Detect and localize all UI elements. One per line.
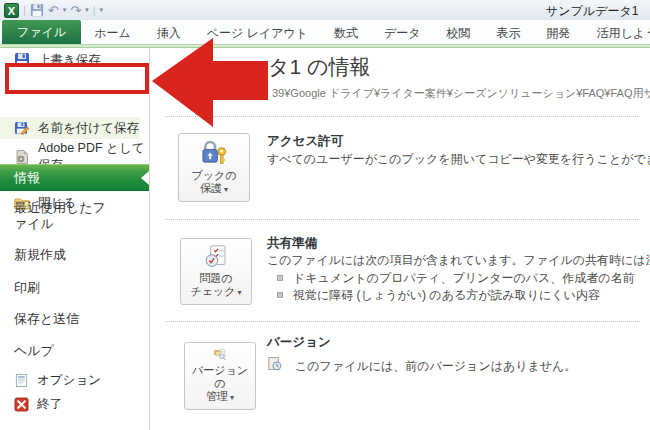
file-path: 39¥Google ドライブ¥ライター案件¥シーズンソリューション¥FAQ¥FA… — [272, 86, 650, 101]
sidebar-item-save-as[interactable]: 名前を付けて保存 — [0, 117, 140, 139]
bullet-icon — [277, 275, 283, 281]
page-title: タ1 の情報 — [268, 53, 371, 81]
section-divider — [165, 321, 640, 322]
bullet-item: 視覚に障碍 (しょうがい) のある方が読み取りにくい内容 — [293, 287, 600, 304]
bullet-icon — [277, 292, 283, 298]
dropdown-caret-icon: ▾ — [230, 393, 234, 402]
title-bar: X | ↶ ▾ ↷ ▾ | ▾ サンプルデータ1 — [0, 0, 650, 20]
sidebar-item-label: 情報 — [14, 169, 40, 187]
sidebar-nav-print[interactable]: 印刷 — [0, 280, 148, 296]
undo-dropdown-icon[interactable]: ▾ — [63, 6, 67, 14]
annotation-highlight-box — [5, 63, 149, 94]
undo-icon[interactable]: ↶ — [48, 4, 59, 17]
tab-developer[interactable]: 開発 — [534, 22, 584, 44]
section-body: すべてのユーザーがこのブックを開いてコピーや変更を行うことができます。 — [267, 151, 650, 168]
tab-review[interactable]: 校閲 — [434, 22, 484, 44]
section-heading-versions: バージョン — [267, 334, 331, 351]
manage-versions-button[interactable]: バージョンの 管理▾ — [184, 342, 256, 410]
backstage-sidebar: 上書き保存 名前を付けて保存 Adobe PDF として保存 — [0, 48, 150, 430]
button-label: 問題の チェック▾ — [190, 272, 241, 299]
bullet-item: ドキュメントのプロパティ、プリンターのパス、作成者の名前 — [293, 270, 635, 287]
save-icon[interactable] — [30, 3, 44, 17]
sidebar-nav-save-send[interactable]: 保存と送信 — [0, 311, 148, 327]
sidebar-item-exit[interactable]: 終了 — [0, 394, 150, 414]
dropdown-caret-icon: ▾ — [224, 185, 228, 194]
save-as-icon — [14, 120, 30, 136]
exit-icon — [14, 397, 29, 412]
sidebar-item-label: オプション — [37, 372, 101, 389]
adobe-pdf-icon — [14, 149, 30, 165]
section-body: このファイルには次の項目が含まれています。ファイルの共有時には注意してください。 — [267, 252, 650, 269]
excel-backstage-window: X | ↶ ▾ ↷ ▾ | ▾ サンプルデータ1 ファイル ホーム 挿入 ページ… — [0, 0, 650, 430]
quick-access-toolbar: X | ↶ ▾ ↷ ▾ | ▾ — [4, 2, 103, 18]
qat-separator: | — [23, 4, 26, 16]
sidebar-nav-info[interactable]: 情報 — [0, 164, 149, 191]
tab-page-layout[interactable]: ページ レイアウト — [194, 22, 321, 44]
section-heading-sharing: 共有準備 — [267, 235, 317, 252]
tab-formulas[interactable]: 数式 — [321, 22, 371, 44]
tab-custom-excel[interactable]: 活用しよう！エクセル — [584, 22, 650, 44]
tab-home[interactable]: ホーム — [81, 22, 144, 44]
redo-icon[interactable]: ↷ — [70, 4, 81, 17]
check-for-issues-button[interactable]: 問題の チェック▾ — [180, 238, 252, 305]
tab-view[interactable]: 表示 — [484, 22, 534, 44]
lock-key-icon — [199, 139, 229, 166]
check-issues-icon — [202, 244, 230, 269]
sidebar-nav-recent[interactable]: 最近使用したファイル — [0, 200, 116, 232]
section-divider — [165, 116, 640, 117]
section-heading-permissions: アクセス許可 — [267, 133, 343, 150]
tab-file[interactable]: ファイル — [2, 20, 81, 44]
sidebar-item-label: 終了 — [37, 396, 62, 413]
excel-logo-icon[interactable]: X — [4, 3, 19, 18]
sidebar-item-label: 名前を付けて保存 — [38, 120, 139, 137]
options-icon — [14, 373, 29, 388]
sidebar-item-options[interactable]: オプション — [0, 370, 150, 390]
ribbon-tab-bar: ファイル ホーム 挿入 ページ レイアウト 数式 データ 校閲 表示 開発 活用… — [0, 20, 650, 44]
version-file-icon — [267, 356, 282, 371]
qat-separator: | — [93, 4, 96, 16]
sidebar-nav-new[interactable]: 新規作成 — [0, 247, 148, 263]
manage-versions-icon — [205, 348, 235, 361]
sidebar-nav-help[interactable]: ヘルプ — [0, 343, 148, 359]
tab-insert[interactable]: 挿入 — [144, 22, 194, 44]
protect-workbook-button[interactable]: ブックの 保護▾ — [178, 133, 250, 202]
customize-qat-icon[interactable]: ▾ — [100, 6, 104, 14]
tab-data[interactable]: データ — [371, 22, 434, 44]
redo-dropdown-icon[interactable]: ▾ — [85, 6, 89, 14]
version-status-text: このファイルには、前のバージョンはありません。 — [295, 358, 576, 375]
selected-arrow-notch — [141, 171, 149, 185]
dropdown-caret-icon: ▾ — [238, 288, 242, 297]
section-divider — [165, 219, 640, 220]
button-label: バージョンの 管理▾ — [187, 364, 253, 404]
window-title: サンプルデータ1 — [546, 3, 638, 20]
button-label: ブックの 保護▾ — [191, 169, 236, 196]
backstage-content: タ1 の情報 39¥Google ドライブ¥ライター案件¥シーズンソリューション… — [151, 48, 650, 430]
